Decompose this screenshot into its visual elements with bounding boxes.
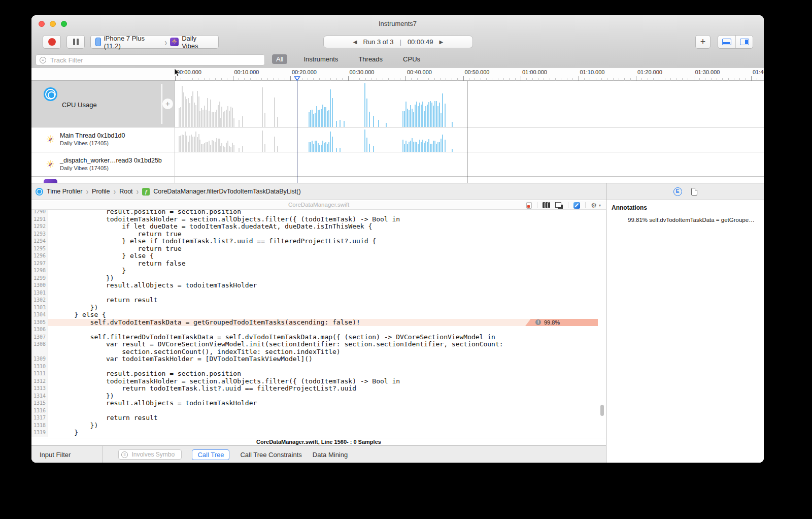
histogram-bar: [313, 114, 314, 127]
tab-all[interactable]: All: [272, 54, 287, 64]
line-number: 1314: [31, 393, 48, 400]
toolbar: iPhone 7 Plus (11.2) › ☀ ✓ Daily Vibes ◀…: [31, 34, 764, 52]
line-number: 1300: [31, 282, 48, 289]
histogram-bar: [209, 111, 210, 127]
line-number: 1313: [31, 385, 48, 393]
selection-end-line[interactable]: [467, 81, 467, 183]
separator: [585, 202, 586, 208]
histogram-bar: [183, 135, 184, 152]
document-icon[interactable]: [691, 188, 697, 196]
line-number: 1319: [31, 429, 48, 437]
ruler-label: 01:00.000: [522, 69, 547, 75]
breadcrumb-time-profiler[interactable]: Time Profiler: [47, 188, 82, 195]
iphone-icon: [95, 38, 101, 46]
histogram-bar: [230, 147, 231, 152]
line-number: 1318: [31, 422, 48, 430]
breadcrumb-profile[interactable]: Profile: [92, 188, 110, 195]
open-in-xcode-icon[interactable]: [573, 202, 580, 209]
call-tree-constraints-button[interactable]: Call Tree Constraints: [240, 451, 301, 459]
data-mining-button[interactable]: Data Mining: [313, 451, 348, 459]
add-instrument-button[interactable]: +: [695, 35, 710, 49]
extended-detail-icon[interactable]: E: [673, 187, 682, 196]
track-column-divider: [175, 81, 175, 183]
histogram-bar: [419, 103, 420, 127]
toggle-bottom-pane-button[interactable]: [718, 36, 735, 48]
symbol-filter-input[interactable]: [130, 450, 176, 459]
track-row-main-thread[interactable]: ☀✓ Main Thread 0x1bd1d0 Daily Vibes (174…: [31, 127, 764, 152]
code-line: 1297 return false: [31, 260, 598, 268]
dispatch-thread-header[interactable]: ☀✓ _dispatch_worker…read3 0x1bd25b Daily…: [31, 152, 175, 176]
thread-title: Main Thread 0x1bd1d0: [60, 132, 125, 139]
daily-vibes-app-icon: ☀ ✓: [170, 38, 179, 46]
histogram-bar: [242, 146, 243, 152]
tab-threads[interactable]: Threads: [354, 54, 387, 64]
histogram-bar: [418, 144, 419, 152]
device-target-selector[interactable]: iPhone 7 Plus (11.2) › ☀ ✓ Daily Vibes: [90, 35, 219, 49]
histogram-bar: [179, 136, 180, 152]
dispatch-thread-graph[interactable]: [175, 152, 764, 176]
pause-button[interactable]: [66, 35, 85, 49]
histogram-bar: [436, 101, 437, 127]
chevron-right-icon: ›: [164, 37, 167, 47]
record-button[interactable]: [43, 35, 61, 49]
source-status-bar: CoreDataManager.swift, Line 1560- : 0 Sa…: [31, 438, 606, 445]
device-name: iPhone 7 Plus (11.2): [104, 35, 161, 50]
thread-subtitle: Daily Vibes (17405): [60, 140, 125, 146]
ruler-major-tick: [175, 76, 176, 81]
cpu-track-header[interactable]: CPU Usage +: [31, 81, 175, 127]
symbol-filter-field[interactable]: ≡: [118, 449, 182, 460]
histogram-bar: [434, 141, 435, 152]
annotation-item[interactable]: 99.81% self.dvTodoItemTaskData = getGrou…: [628, 217, 755, 223]
track-row-cpu-usage[interactable]: CPU Usage +: [31, 81, 764, 127]
track-filter-field[interactable]: ≡: [36, 54, 265, 66]
scope-tabs: All Instruments Threads CPUs: [272, 54, 424, 64]
histogram-bar: [239, 120, 240, 127]
overlay-view-icon[interactable]: [555, 202, 563, 209]
histogram-bar: [430, 144, 431, 152]
histogram-bar: [182, 86, 183, 127]
main-thread-graph[interactable]: [175, 127, 764, 152]
histogram-bar: [445, 104, 446, 127]
histogram-bar: [191, 135, 192, 152]
histogram-bar: [209, 141, 210, 152]
cpu-usage-graph[interactable]: [175, 81, 764, 127]
source-view-pane: Time Profiler › Profile › Root › f CoreD…: [31, 183, 606, 463]
histogram-bar: [274, 137, 275, 152]
breadcrumb-root[interactable]: Root: [119, 188, 132, 195]
weight-badge[interactable]: !99.8%: [525, 319, 598, 327]
columns-view-icon[interactable]: [543, 202, 550, 208]
tab-cpus[interactable]: CPUs: [399, 54, 424, 64]
previous-run-button[interactable]: ◀: [353, 39, 357, 45]
call-tree-button[interactable]: Call Tree: [192, 449, 229, 460]
histogram-bar: [316, 141, 317, 152]
hottest-lines-icon[interactable]: [526, 202, 532, 209]
main-thread-header[interactable]: ☀✓ Main Thread 0x1bd1d0 Daily Vibes (174…: [31, 127, 175, 152]
track-filter-input[interactable]: [49, 56, 261, 64]
histogram-bar: [410, 141, 411, 152]
toggle-right-pane-button[interactable]: [735, 36, 753, 48]
playhead-marker-icon[interactable]: [294, 76, 300, 81]
ruler-major-tick: [463, 76, 464, 81]
histogram-bar: [433, 141, 434, 152]
histogram-bar: [186, 136, 187, 152]
histogram-bar: [318, 110, 319, 127]
next-run-button[interactable]: ▶: [439, 39, 444, 45]
playhead-line[interactable]: [297, 81, 297, 183]
gear-icon[interactable]: ⚙: [591, 202, 597, 209]
function-icon: f: [142, 188, 150, 196]
track-row-dispatch-worker[interactable]: ☀✓ _dispatch_worker…read3 0x1bd25b Daily…: [31, 152, 764, 177]
timeline-ruler[interactable]: 00:00.00000:10.00000:20.00000:30.00000:4…: [31, 68, 764, 81]
histogram-bar: [213, 112, 214, 127]
histogram-bar: [264, 113, 265, 127]
histogram-bar: [422, 102, 423, 127]
add-lane-button[interactable]: +: [162, 99, 173, 109]
time-profiler-icon: [44, 87, 57, 101]
breadcrumb-function[interactable]: CoreDataManager.filterDvTodoItemTaskData…: [153, 188, 300, 195]
histogram-bar: [186, 99, 187, 127]
histogram-bar: [418, 106, 419, 127]
inspector-header: E: [606, 183, 764, 200]
tab-instruments[interactable]: Instruments: [299, 54, 342, 64]
time-profiler-icon: [36, 188, 43, 196]
vertical-scrollbar[interactable]: [600, 405, 604, 416]
right-pane-icon: [740, 39, 749, 45]
